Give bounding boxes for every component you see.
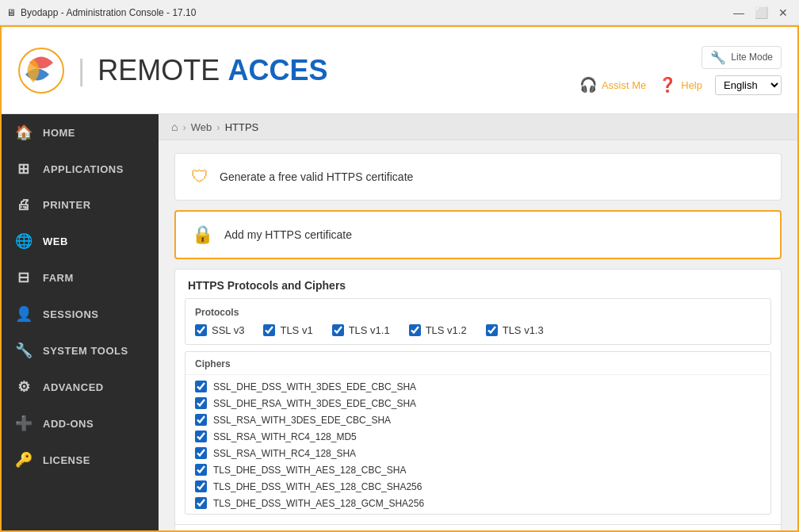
advanced-icon: ⚙ (14, 378, 33, 396)
app-header: | REMOTE ACCES 🔧 Lite Mode 🎧 Assist Me ❓ (2, 27, 797, 114)
cipher-item: SSL_DHE_RSA_WITH_3DES_EDE_CBC_SHA (185, 395, 770, 411)
sidebar-item-add-ons[interactable]: ➕ ADD-ONS (2, 405, 159, 442)
cipher-c3-checkbox[interactable] (195, 414, 207, 426)
sidebar-label-home: HOME (43, 127, 75, 139)
add-ons-icon: ➕ (14, 415, 33, 432)
add-cert-label: Add my HTTPS certificate (224, 228, 352, 241)
assist-icon: 🎧 (579, 76, 597, 94)
assist-me-button[interactable]: 🎧 Assist Me (579, 76, 646, 94)
sidebar-label-sessions: SESSIONS (43, 308, 98, 320)
sidebar-label-printer: PRINTER (43, 199, 91, 211)
generate-cert-label: Generate a free valid HTTPS certificate (220, 170, 413, 183)
tls-v1-checkbox[interactable] (263, 324, 275, 336)
cipher-item: TLS_DHE_DSS_WITH_AES_128_CBC_SHA (185, 461, 770, 478)
cipher-c2-checkbox[interactable] (195, 397, 207, 409)
ciphers-label: Ciphers (185, 352, 770, 375)
sidebar-label-applications: APPLICATIONS (43, 163, 124, 175)
cipher-item: SSL_RSA_WITH_3DES_EDE_CBC_SHA (185, 411, 770, 428)
applications-icon: ⊞ (14, 160, 33, 178)
protocol-tls-v1[interactable]: TLS v1 (263, 324, 312, 336)
lite-mode-button[interactable]: 🔧 Lite Mode (702, 46, 782, 69)
ssl-v3-checkbox[interactable] (195, 324, 207, 336)
sidebar-label-add-ons: ADD-ONS (43, 418, 94, 430)
help-button[interactable]: ❓ Help (659, 76, 702, 94)
breadcrumb-current: HTTPS (225, 121, 259, 133)
section-title: HTTPS Protocols and Ciphers (175, 270, 781, 298)
sidebar-item-web[interactable]: 🌐 WEB (2, 223, 159, 259)
language-select[interactable]: English Français Español Deutsch (715, 75, 782, 95)
cipher-item: TLS_DHE_DSS_WITH_AES_128_CBC_SHA256 (185, 478, 770, 495)
farm-icon: ⊟ (14, 269, 33, 286)
content-area: ⌂ › Web › HTTPS 🛡 Generate a free valid … (159, 114, 797, 530)
tls-v11-checkbox[interactable] (332, 324, 344, 336)
cipher-c8-checkbox[interactable] (195, 497, 207, 509)
title-bar: 🖥 Byodapp - Administration Console - 17.… (0, 0, 799, 25)
sidebar: 🏠 HOME ⊞ APPLICATIONS 🖨 PRINTER 🌐 WEB ⊟ … (2, 114, 159, 530)
protocols-section: HTTPS Protocols and Ciphers Protocols SS… (174, 269, 782, 530)
sidebar-item-printer[interactable]: 🖨 PRINTER (2, 187, 159, 223)
cipher-c7-checkbox[interactable] (195, 480, 207, 492)
license-icon: 🔑 (14, 451, 33, 469)
sidebar-item-advanced[interactable]: ⚙ ADVANCED (2, 369, 159, 405)
cipher-c1-checkbox[interactable] (195, 381, 207, 392)
cipher-item: SSL_DHE_DSS_WITH_3DES_EDE_CBC_SHA (185, 378, 770, 395)
logo-text: REMOTE ACCES (97, 54, 327, 87)
sidebar-label-system-tools: SYSTEM TOOLS (43, 345, 128, 357)
tls-v13-checkbox[interactable] (486, 324, 498, 336)
sidebar-item-license[interactable]: 🔑 LICENSE (2, 442, 159, 478)
help-icon: ❓ (659, 76, 676, 94)
protocols-row: SSL v3 TLS v1 TLS v1.1 (195, 324, 761, 336)
protocol-tls-v13[interactable]: TLS v1.3 (486, 324, 544, 336)
pipe-separator: | (78, 54, 85, 87)
sidebar-label-advanced: ADVANCED (43, 381, 104, 393)
ciphers-list[interactable]: SSL_DHE_DSS_WITH_3DES_EDE_CBC_SHA SSL_DH… (185, 375, 770, 514)
sessions-icon: 👤 (14, 305, 33, 323)
system-tools-icon: 🔧 (14, 342, 33, 359)
window-title: Byodapp - Administration Console - 17.10 (21, 7, 196, 18)
breadcrumb: ⌂ › Web › HTTPS (159, 114, 797, 140)
add-cert-card[interactable]: 🔒 Add my HTTPS certificate (174, 210, 782, 259)
minimize-button[interactable]: — (729, 3, 748, 22)
protocols-box: Protocols SSL v3 TLS v1 (185, 298, 771, 345)
header-right: 🔧 Lite Mode 🎧 Assist Me ❓ Help English F… (579, 46, 782, 95)
shield-icon: 🛡 (191, 166, 208, 187)
ciphers-box: Ciphers SSL_DHE_DSS_WITH_3DES_EDE_CBC_SH… (185, 351, 771, 515)
home-icon: 🏠 (14, 124, 33, 141)
protocol-tls-v11[interactable]: TLS v1.1 (332, 324, 390, 336)
sidebar-item-system-tools[interactable]: 🔧 SYSTEM TOOLS (2, 332, 159, 369)
cipher-item: SSL_RSA_WITH_RC4_128_SHA (185, 445, 770, 461)
sidebar-label-web: WEB (43, 235, 68, 247)
generate-cert-card[interactable]: 🛡 Generate a free valid HTTPS certificat… (174, 153, 782, 201)
cipher-c5-checkbox[interactable] (195, 447, 207, 459)
protocols-label: Protocols (195, 307, 761, 318)
cipher-c4-checkbox[interactable] (195, 431, 207, 442)
printer-icon: 🖨 (14, 197, 33, 213)
logo-area: | REMOTE ACCES (17, 47, 327, 94)
cipher-item: TLS_DHE_DSS_WITH_AES_128_GCM_SHA256 (185, 495, 770, 511)
cipher-c6-checkbox[interactable] (195, 464, 207, 476)
sidebar-label-license: LICENSE (43, 454, 90, 466)
close-button[interactable]: ✕ (774, 3, 793, 22)
cipher-item: SSL_RSA_WITH_RC4_128_MD5 (185, 428, 770, 445)
breadcrumb-home-icon[interactable]: ⌂ (171, 121, 178, 133)
sidebar-item-sessions[interactable]: 👤 SESSIONS (2, 296, 159, 332)
tls-v12-checkbox[interactable] (409, 324, 421, 336)
sidebar-item-applications[interactable]: ⊞ APPLICATIONS (2, 151, 159, 187)
logo-icon (17, 47, 65, 94)
bottom-bar: ⊘ Disable weak parameters 💾 Save (175, 524, 781, 530)
wrench-icon: 🔧 (710, 50, 726, 65)
sidebar-item-farm[interactable]: ⊟ FARM (2, 259, 159, 296)
protocol-ssl-v3[interactable]: SSL v3 (195, 324, 244, 336)
sidebar-item-home[interactable]: 🏠 HOME (2, 114, 159, 151)
breadcrumb-web-link[interactable]: Web (191, 121, 212, 133)
protocol-tls-v12[interactable]: TLS v1.2 (409, 324, 467, 336)
sidebar-label-farm: FARM (43, 272, 74, 284)
cipher-item: TLS_DHE_DSS_WITH_AES_256_CBC_SHA (185, 511, 770, 514)
lock-icon: 🔒 (192, 224, 213, 245)
app-icon: 🖥 (6, 7, 16, 18)
maximize-button[interactable]: ⬜ (751, 3, 770, 22)
web-icon: 🌐 (14, 232, 33, 250)
